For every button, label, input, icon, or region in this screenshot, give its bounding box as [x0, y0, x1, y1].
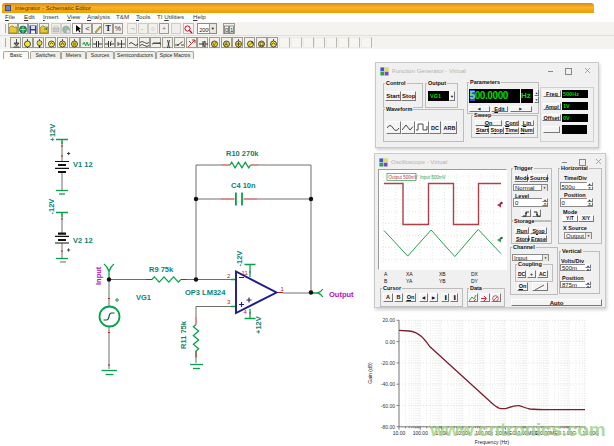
svg-text:Output 500mV: Output 500mV: [389, 175, 418, 180]
svg-text:3: 3: [227, 299, 231, 305]
svg-text:+12V: +12V: [48, 124, 57, 142]
svg-text:R11 75k: R11 75k: [179, 320, 188, 349]
svg-text:+12V: +12V: [254, 316, 263, 334]
svg-text:Input 500mV: Input 500mV: [420, 175, 446, 180]
svg-text:Output: Output: [329, 290, 354, 299]
svg-text:R9 75k: R9 75k: [149, 265, 174, 274]
svg-text:R10 270k: R10 270k: [226, 149, 259, 158]
svg-text:VG1: VG1: [136, 293, 151, 302]
svg-text:11: 11: [242, 270, 249, 276]
svg-text:Input: Input: [94, 266, 103, 285]
svg-text:4: 4: [244, 309, 248, 315]
svg-text:V2 12: V2 12: [73, 236, 93, 245]
svg-text:2: 2: [227, 273, 231, 279]
svg-text:C4 10n: C4 10n: [231, 181, 256, 190]
svg-text:V1 12: V1 12: [73, 160, 93, 169]
svg-text:OP3 LM324: OP3 LM324: [185, 288, 226, 297]
svg-text:-12V: -12V: [47, 199, 56, 215]
svg-text:-12V: -12V: [235, 251, 244, 267]
svg-text:1: 1: [281, 286, 285, 292]
